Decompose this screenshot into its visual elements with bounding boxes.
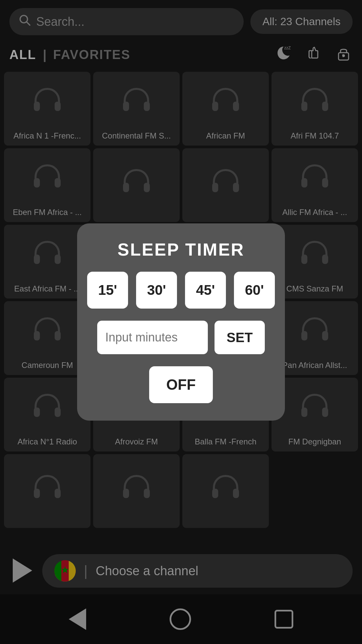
timer-preset-15[interactable]: 15' — [87, 272, 128, 309]
timer-preset-60[interactable]: 60' — [234, 272, 275, 309]
timer-minutes-input[interactable] — [97, 321, 208, 354]
timer-preset-30[interactable]: 30' — [136, 272, 177, 309]
sleep-timer-overlay: SLEEP TIMER 15' 30' 45' 60' SET OFF — [0, 0, 362, 644]
timer-set-button[interactable]: SET — [215, 321, 265, 354]
sleep-timer-modal: SLEEP TIMER 15' 30' 45' 60' SET OFF — [77, 223, 285, 421]
timer-preset-45[interactable]: 45' — [185, 272, 226, 309]
timer-input-row: SET — [97, 321, 265, 354]
timer-presets: 15' 30' 45' 60' — [87, 272, 275, 309]
sleep-timer-title: SLEEP TIMER — [118, 239, 245, 260]
timer-off-button[interactable]: OFF — [149, 366, 213, 403]
